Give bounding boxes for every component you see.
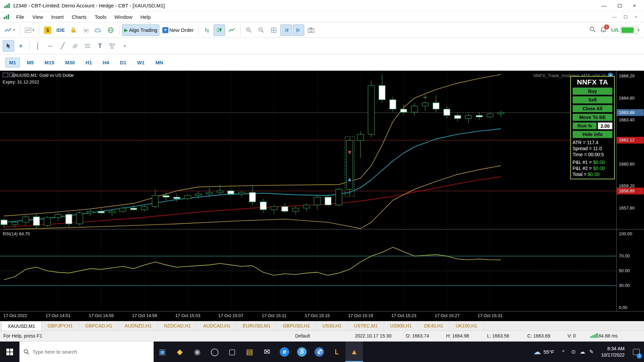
candles-mode-button[interactable] — [214, 24, 225, 36]
symbol-tab-xauusd[interactable]: XAUUSD,M1 — [1, 321, 42, 330]
tray-expand-button[interactable]: ^ — [559, 349, 568, 355]
lively-icon[interactable]: L — [328, 342, 345, 362]
tf-m1-button[interactable]: M1 — [5, 58, 20, 67]
vertical-line-button[interactable]: │ — [32, 40, 44, 52]
symbol-tab-eurusd[interactable]: EURUSD,M1 — [237, 321, 277, 330]
chart-shift-button[interactable] — [280, 24, 292, 36]
tf-d1-button[interactable]: D1 — [116, 58, 130, 67]
mdi-restore-button[interactable] — [624, 15, 627, 18]
skype-icon[interactable]: S — [293, 342, 311, 362]
mt5-icon[interactable]: ▲ — [345, 342, 363, 362]
camera-icon[interactable]: ◉ — [189, 342, 206, 362]
tf-w1-button[interactable]: W1 — [133, 58, 149, 67]
line-mode-button[interactable] — [226, 24, 237, 36]
phone-icon[interactable]: ✆ — [311, 342, 328, 362]
select-button[interactable] — [3, 40, 14, 52]
cloud-button[interactable] — [93, 24, 104, 36]
task-view-icon[interactable]: ▢ — [223, 342, 241, 362]
edge-icon[interactable]: e — [276, 342, 293, 362]
taskbar-search[interactable] — [19, 342, 154, 362]
fibonacci-button[interactable] — [82, 40, 93, 52]
mdi-close-button[interactable]: × — [635, 14, 637, 19]
cortana-icon[interactable]: ◯ — [206, 342, 223, 362]
symbol-tab-audnzd[interactable]: AUDNZD,H1 — [119, 321, 158, 330]
text-tool-button[interactable]: T — [94, 40, 106, 52]
connection-bars-icon[interactable] — [590, 333, 598, 338]
menu-view[interactable]: View — [28, 13, 47, 21]
chart-profile-button[interactable]: ▾ — [23, 24, 37, 36]
tf-mn-button[interactable]: MN — [152, 58, 167, 67]
crosshair-button[interactable]: + — [15, 40, 26, 52]
tf-h1-button[interactable]: H1 — [82, 58, 96, 67]
onedrive-icon[interactable]: ☁ — [580, 349, 585, 355]
symbol-tab-uk100[interactable]: UK100,H1 — [449, 321, 484, 330]
search-button[interactable] — [590, 26, 596, 34]
algo-trading-button[interactable]: ▶ Algo Trading — [122, 24, 159, 36]
restore-button[interactable] — [618, 4, 622, 7]
chart-type-button[interactable]: ▾ — [3, 24, 17, 36]
notifications-button[interactable]: 1 — [600, 26, 606, 34]
broadcast-button[interactable]: (●) — [80, 24, 92, 36]
menu-help[interactable]: Help — [137, 13, 155, 21]
symbol-tab-ustec[interactable]: USTEC,M1 — [348, 321, 384, 330]
menu-tools[interactable]: Tools — [91, 13, 110, 21]
ide-button[interactable]: IDE — [54, 24, 67, 36]
auto-scroll-button[interactable] — [293, 24, 304, 36]
community-button[interactable] — [105, 24, 116, 36]
search-input[interactable] — [33, 349, 140, 355]
metaeditor-icon[interactable]: ◆ — [171, 342, 189, 362]
account-level-widget[interactable]: LVL — [611, 26, 638, 34]
weather-widget[interactable]: ☁ 55°F — [529, 348, 559, 356]
symbol-tab-gbpusd[interactable]: GBPUSD,H1 — [277, 321, 316, 330]
symbol-tab-us30[interactable]: US30,H1 — [316, 321, 348, 330]
mdi-minimize-button[interactable]: — — [612, 14, 616, 19]
symbol-tab-us500[interactable]: US500,H1 — [384, 321, 418, 330]
screenshot-button[interactable] — [305, 24, 317, 36]
nnfx-move-to-be-button[interactable]: Move To BE — [573, 114, 612, 121]
nnfx-close-all-button[interactable]: Close All — [573, 105, 612, 112]
action-center-button[interactable]: 2 — [629, 342, 644, 362]
nnfx-sell-button[interactable]: Sell — [573, 96, 612, 104]
nnfx-buy-button[interactable]: Buy — [573, 87, 612, 95]
risk-input[interactable] — [598, 122, 612, 129]
market-watch-button[interactable]: $ — [42, 24, 53, 36]
tf-m30-button[interactable]: M30 — [61, 58, 78, 67]
depth-of-market-icon[interactable] — [3, 73, 8, 77]
close-button[interactable]: × — [633, 3, 636, 8]
windows-ink-icon[interactable]: ✎ — [589, 349, 594, 355]
new-order-button[interactable]: + New Order — [160, 24, 196, 36]
tf-m15-button[interactable]: M15 — [41, 58, 58, 67]
mql5-icon[interactable]: ▣ — [154, 342, 171, 362]
tf-m5-button[interactable]: M5 — [23, 58, 38, 67]
meet-now-icon[interactable]: ⊙ — [571, 349, 576, 355]
time-scale[interactable] — [0, 311, 616, 321]
shapes-button[interactable] — [107, 40, 118, 52]
mail-icon[interactable]: ✉ — [258, 342, 276, 362]
nnfx-hide-info-button[interactable]: Hide info — [573, 131, 612, 138]
trendline-button[interactable]: ╱ — [57, 40, 68, 52]
clock-widget[interactable]: 8:34 AM 10/17/2022 — [597, 346, 629, 358]
status-profile[interactable]: Default — [295, 333, 310, 339]
symbol-tab-gbpcad[interactable]: GBPCAD,H1 — [79, 321, 119, 330]
minimize-button[interactable]: — — [601, 3, 606, 8]
lock-button[interactable] — [68, 24, 79, 36]
price-scale[interactable] — [616, 71, 644, 311]
pane-divider[interactable] — [0, 299, 616, 301]
tf-h4-button[interactable]: H4 — [99, 58, 113, 67]
bars-mode-button[interactable] — [201, 24, 213, 36]
more-tools-button[interactable]: ▾ — [119, 40, 130, 52]
channel-button[interactable] — [69, 40, 81, 52]
file-explorer-icon[interactable]: ▤ — [241, 342, 258, 362]
symbol-tab-de40[interactable]: DE40,H1 — [418, 321, 450, 330]
menu-window[interactable]: Window — [110, 13, 136, 21]
price-chart[interactable]: 1666.201664.801663.401660.601659.201657.… — [0, 71, 644, 321]
zoom-in-button[interactable] — [243, 24, 255, 36]
menu-insert[interactable]: Insert — [47, 13, 68, 21]
tile-windows-button[interactable] — [268, 24, 279, 36]
symbol-tab-gbpjpy[interactable]: GBPJPY,H1 — [42, 321, 79, 330]
horizontal-line-button[interactable]: ─ — [45, 40, 56, 52]
start-button[interactable] — [0, 342, 19, 362]
zoom-out-button[interactable] — [256, 24, 267, 36]
menu-file[interactable]: File — [12, 13, 28, 21]
menu-charts[interactable]: Charts — [68, 13, 91, 21]
